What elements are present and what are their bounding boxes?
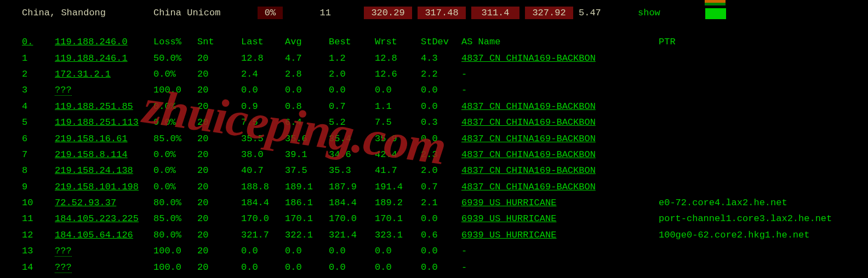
hop-snt: 20 xyxy=(197,198,241,208)
hop-loss: 0.0% xyxy=(153,117,197,128)
hop-last: 7.5 xyxy=(241,117,285,128)
hop-snt: 20 xyxy=(197,230,241,240)
header-snt-col: Snt xyxy=(197,37,241,47)
hop-ip[interactable]: 219.158.24.138 xyxy=(55,165,133,176)
table-row: 6219.158.16.6185.0%2035.535.635.435.90.0… xyxy=(22,130,868,146)
hop-index: 8 xyxy=(22,165,55,176)
hop-stdev: 0.6 xyxy=(421,230,461,240)
hop-asname[interactable]: 4837 CN CHINA169-BACKBON xyxy=(461,149,596,160)
hop-avg: 39.1 xyxy=(285,149,329,160)
hop-index: 2 xyxy=(22,69,55,79)
hop-stdev: 2.0 xyxy=(421,165,461,176)
hop-best: 34.6 xyxy=(329,149,375,160)
hop-last: 40.7 xyxy=(241,165,285,176)
hop-index: 7 xyxy=(22,149,55,160)
hop-ip[interactable]: 184.105.223.225 xyxy=(55,213,139,224)
hop-asname: - xyxy=(461,246,467,256)
hop-ip[interactable]: 119.188.246.1 xyxy=(55,53,128,63)
hop-avg: 0.8 xyxy=(285,101,329,112)
hop-ip[interactable]: 172.31.2.1 xyxy=(55,69,111,79)
header-ip0: 119.188.246.0 xyxy=(55,37,128,47)
header-stdev-col: StDev xyxy=(421,37,461,47)
hop-ip[interactable]: ??? xyxy=(55,85,72,96)
hop-loss: 100.0 xyxy=(153,262,197,273)
header-stat-avg: 317.48 xyxy=(418,7,466,19)
hop-best: 0.0 xyxy=(329,85,375,95)
hop-asname[interactable]: 4837 CN CHINA169-BACKBON xyxy=(461,134,596,144)
hop-ip[interactable]: ??? xyxy=(55,262,72,273)
hop-ip[interactable]: 219.158.101.198 xyxy=(55,182,139,192)
header-wrst-col: Wrst xyxy=(375,37,421,47)
hop-asname[interactable]: 4837 CN CHINA169-BACKBON xyxy=(461,101,596,112)
hop-best: 2.0 xyxy=(329,69,375,79)
hop-stdev: 0.0 xyxy=(421,213,461,224)
hop-asname[interactable]: 6939 US HURRICANE xyxy=(461,230,556,240)
hop-ip[interactable]: 219.158.16.61 xyxy=(55,134,128,144)
hop-last: 0.9 xyxy=(241,101,285,112)
header-stat-last: 320.29 xyxy=(364,7,412,19)
hop-index: 4 xyxy=(22,101,55,112)
hop-last: 184.4 xyxy=(241,198,285,208)
hop-ip[interactable]: 219.158.8.114 xyxy=(55,149,128,160)
hop-avg: 170.1 xyxy=(285,213,329,224)
hop-loss: 0.0% xyxy=(153,182,197,192)
hop-ip[interactable]: 119.188.251.113 xyxy=(55,117,139,128)
show-link[interactable]: show xyxy=(638,8,682,18)
provider-label: China Unicom xyxy=(153,8,258,18)
hop-index: 10 xyxy=(22,198,55,208)
hop-stdev: 0.0 xyxy=(421,134,461,144)
hop-snt: 20 xyxy=(197,53,241,63)
hop-loss: 0.0% xyxy=(153,69,197,79)
traceroute-table: 0. 119.188.246.0 Loss% Snt Last Avg Best… xyxy=(0,34,868,278)
hop-avg: 4.7 xyxy=(285,53,329,63)
hop-stdev: 4.3 xyxy=(421,53,461,63)
hop-best: 184.4 xyxy=(329,198,375,208)
hop-asname[interactable]: 4837 CN CHINA169-BACKBON xyxy=(461,117,596,128)
hop-loss: 0.0% xyxy=(153,165,197,176)
hop-avg: 0.0 xyxy=(285,246,329,256)
hop-stdev: 2.3 xyxy=(421,149,461,160)
hop-asname[interactable]: 6939 US HURRICANE xyxy=(461,213,556,224)
hop-ip[interactable]: ??? xyxy=(55,246,72,257)
hop-asname: - xyxy=(461,69,467,79)
hop-best: 0.7 xyxy=(329,101,375,112)
hop-avg: 0.0 xyxy=(285,85,329,95)
header-loss-col: Loss% xyxy=(153,37,197,47)
table-row: 2172.31.2.10.0%202.42.82.012.62.2- xyxy=(22,66,868,82)
hop-index: 6 xyxy=(22,134,55,144)
header-avg-col: Avg xyxy=(285,37,329,47)
hop-ip[interactable]: 119.188.251.85 xyxy=(55,101,133,112)
hop-wrst: 191.4 xyxy=(375,182,421,192)
hop-last: 170.0 xyxy=(241,213,285,224)
table-row: 1546.8.226.2250.0%18326.5313.8310.8326.5… xyxy=(22,275,868,278)
hop-asname[interactable]: 4837 CN CHINA169-BACKBON xyxy=(461,165,596,176)
hop-snt: 20 xyxy=(197,246,241,256)
hop-last: 38.0 xyxy=(241,149,285,160)
hop-snt: 20 xyxy=(197,69,241,79)
hop-asname[interactable]: 4837 CN CHINA169-BACKBON xyxy=(461,53,596,63)
hop-best: 1.2 xyxy=(329,53,375,63)
hop-stdev: 2.2 xyxy=(421,69,461,79)
table-row: 7219.158.8.1140.0%2038.039.134.642.42.34… xyxy=(22,147,868,163)
hop-last: 0.0 xyxy=(241,262,285,273)
hop-last: 321.7 xyxy=(241,230,285,240)
header-idx: 0. xyxy=(22,37,33,47)
hop-ip[interactable]: 72.52.93.37 xyxy=(55,198,116,208)
hop-ip[interactable]: 184.105.64.126 xyxy=(55,230,133,240)
hop-best: 0.0 xyxy=(329,246,375,256)
header-ptr-col: PTR xyxy=(659,37,676,47)
hop-asname[interactable]: 4837 CN CHINA169-BACKBON xyxy=(461,182,596,192)
hop-snt: 20 xyxy=(197,85,241,95)
header-asname-col: AS Name xyxy=(461,37,659,47)
hop-asname[interactable]: 6939 US HURRICANE xyxy=(461,198,556,208)
hop-loss: 80.0% xyxy=(153,230,197,240)
hop-stdev: 0.0 xyxy=(421,101,461,112)
hop-stdev: 0.7 xyxy=(421,182,461,192)
table-row: 13???100.0200.00.00.00.00.0- xyxy=(22,243,868,259)
hop-index: 1 xyxy=(22,53,55,63)
hop-stdev: 0.0 xyxy=(421,246,461,256)
hop-ptr: 100ge0-62.core2.hkg1.he.net xyxy=(659,230,809,240)
hop-ptr: port-channel1.core3.lax2.he.net xyxy=(659,213,832,224)
hop-wrst: 323.1 xyxy=(375,230,421,240)
hop-wrst: 7.5 xyxy=(375,117,421,128)
